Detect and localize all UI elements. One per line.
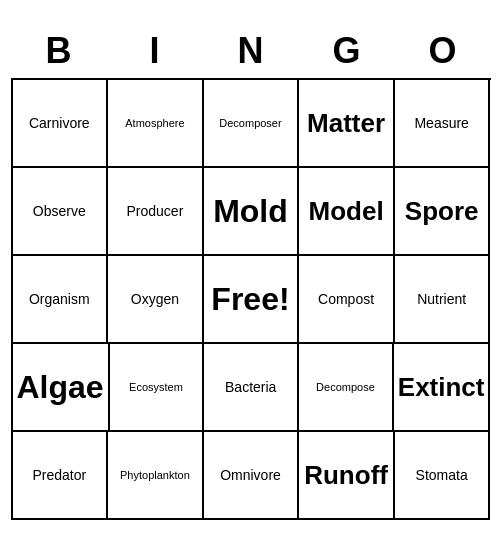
bingo-cell: Mold bbox=[204, 168, 300, 256]
bingo-cell: Free! bbox=[204, 256, 300, 344]
header-letter: N bbox=[203, 24, 299, 78]
bingo-cell: Organism bbox=[13, 256, 109, 344]
bingo-cell: Producer bbox=[108, 168, 204, 256]
bingo-cell: Carnivore bbox=[13, 80, 109, 168]
bingo-cell: Ecosystem bbox=[110, 344, 205, 432]
bingo-header: BINGO bbox=[11, 24, 491, 78]
bingo-cell: Matter bbox=[299, 80, 395, 168]
bingo-card: BINGO CarnivoreAtmosphereDecomposerMatte… bbox=[11, 24, 491, 520]
bingo-cell: Bacteria bbox=[204, 344, 299, 432]
bingo-row: OrganismOxygenFree!CompostNutrient bbox=[13, 256, 491, 344]
bingo-cell: Stomata bbox=[395, 432, 491, 520]
bingo-cell: Oxygen bbox=[108, 256, 204, 344]
bingo-cell: Spore bbox=[395, 168, 491, 256]
bingo-cell: Observe bbox=[13, 168, 109, 256]
bingo-cell: Predator bbox=[13, 432, 109, 520]
header-letter: B bbox=[11, 24, 107, 78]
bingo-cell: Compost bbox=[299, 256, 395, 344]
bingo-row: CarnivoreAtmosphereDecomposerMatterMeasu… bbox=[13, 80, 491, 168]
bingo-cell: Measure bbox=[395, 80, 491, 168]
bingo-row: ObserveProducerMoldModelSpore bbox=[13, 168, 491, 256]
bingo-cell: Omnivore bbox=[204, 432, 300, 520]
bingo-cell: Atmosphere bbox=[108, 80, 204, 168]
bingo-cell: Runoff bbox=[299, 432, 395, 520]
header-letter: I bbox=[107, 24, 203, 78]
header-letter: G bbox=[299, 24, 395, 78]
bingo-cell: Algae bbox=[13, 344, 110, 432]
bingo-cell: Extinct bbox=[394, 344, 491, 432]
bingo-cell: Nutrient bbox=[395, 256, 491, 344]
bingo-cell: Phytoplankton bbox=[108, 432, 204, 520]
bingo-row: AlgaeEcosystemBacteriaDecomposeExtinct bbox=[13, 344, 491, 432]
bingo-cell: Decomposer bbox=[204, 80, 300, 168]
bingo-cell: Model bbox=[299, 168, 395, 256]
bingo-grid: CarnivoreAtmosphereDecomposerMatterMeasu… bbox=[11, 78, 491, 520]
header-letter: O bbox=[395, 24, 491, 78]
bingo-row: PredatorPhytoplanktonOmnivoreRunoffStoma… bbox=[13, 432, 491, 520]
bingo-cell: Decompose bbox=[299, 344, 394, 432]
